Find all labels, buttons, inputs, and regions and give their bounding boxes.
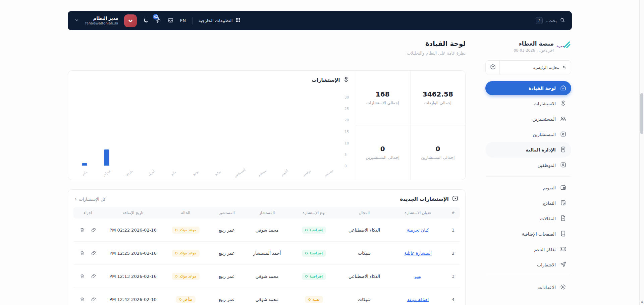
trash-icon	[79, 273, 85, 279]
status-badge: موعد مؤكد	[172, 227, 200, 234]
y-axis-tick: 30	[344, 95, 353, 99]
search-input[interactable]: بحث.. /	[536, 17, 565, 24]
stat-value: 168	[376, 90, 390, 98]
stat-label: إجمالي المستشارين	[421, 155, 455, 160]
consultation-title-link[interactable]: كيان تجريبية	[407, 228, 429, 233]
stat-value: 0	[435, 145, 440, 153]
type-badge: إفتراضية	[302, 227, 326, 234]
consultant-cell: محمد شوقي	[245, 274, 289, 279]
client-cell: عمر ربيع	[208, 297, 245, 302]
stat-value: 0	[380, 145, 385, 153]
preview-home-label: معاينة الرئيسية	[533, 65, 559, 70]
chart-bar-يناير	[82, 163, 87, 166]
field-cell: شبكات	[339, 251, 389, 256]
sidebar-item-label: الصفحات الإضافية	[522, 231, 556, 237]
client-cell: عمر ربيع	[208, 274, 245, 279]
badge-dot-icon	[305, 229, 308, 231]
view-all-label: كل الإستشارات	[79, 197, 106, 202]
users-icon	[560, 115, 567, 122]
type-badge: نصية	[305, 296, 323, 303]
attach-button[interactable]	[91, 250, 96, 256]
sidebar-item-label: المستشيرين	[533, 116, 556, 122]
form-icon	[560, 199, 567, 206]
badge-dot-icon	[179, 298, 181, 301]
delete-button[interactable]	[79, 227, 85, 233]
stat-cell: 0إجمالي المستشيرين	[355, 125, 410, 180]
attach-button[interactable]	[91, 297, 96, 302]
date-cell: PM 12:25 2026-02-16	[103, 251, 163, 256]
row-number: 3	[446, 274, 460, 279]
sidebar-item-label: المستشارين	[533, 132, 556, 137]
badge-dot-icon	[305, 275, 308, 278]
sidebar-item-employee[interactable]: الموظفين	[485, 158, 571, 173]
scrollbar-thumb[interactable]	[640, 93, 643, 134]
arrow-up-left-icon	[562, 64, 567, 71]
x-axis-label: نوفمبر	[298, 166, 315, 180]
stat-cell: 0إجمالي المستشارين	[410, 125, 465, 180]
consultation-title-link[interactable]: بيب	[415, 274, 421, 279]
sidebar-item-label: الاعدادات	[538, 285, 556, 290]
sidebar-item-calendar[interactable]: التقويم	[485, 180, 571, 195]
bar-chart-plot: 051015202530ينايرفبرايرمارسأبريلمايويوني…	[73, 97, 340, 166]
type-badge: إفتراضية	[302, 250, 326, 257]
x-axis-label: أكتوبر	[275, 166, 293, 180]
sidebar-item-article[interactable]: المقالات	[485, 211, 571, 226]
x-axis-label: يونيو	[186, 166, 204, 180]
x-axis-label: يناير	[76, 166, 94, 180]
consultation-title-link[interactable]: استشارة عائلية	[404, 251, 432, 256]
preview-home-button[interactable]: معاينة الرئيسية	[485, 60, 571, 74]
employee-icon	[560, 162, 567, 168]
sidebar-item-users[interactable]: المستشيرين	[485, 111, 571, 127]
delete-button[interactable]	[79, 273, 85, 279]
sidebar-divider	[486, 176, 571, 177]
client-cell: عمر ربيع	[208, 251, 245, 256]
x-axis-label: مارس	[120, 166, 138, 180]
column-header: نوع الإستشارة	[289, 210, 339, 215]
page-scrollbar[interactable]: ▼	[639, 0, 644, 305]
stat-label: إجمالي المستشيرين	[366, 155, 399, 160]
row-number: 4	[446, 297, 460, 302]
column-header: #	[446, 210, 460, 215]
sidebar-item-ticket[interactable]: تذاكر الدعم	[485, 242, 571, 257]
consultation-title-link[interactable]: اضافة موعد	[407, 297, 429, 302]
sidebar-item-form[interactable]: النماذج	[485, 195, 571, 211]
date-cell: PM 12:42 2026-02-10	[103, 297, 163, 302]
sidebar-item-home[interactable]: لوحة القيادة	[485, 81, 571, 95]
sidebar-item-label: الإدارة المالية	[526, 147, 556, 152]
x-axis-label: فبراير	[98, 166, 116, 180]
type-badge: إفتراضية	[302, 273, 326, 280]
scroll-down-arrow[interactable]: ▼	[640, 301, 644, 304]
y-axis-tick: 20	[344, 118, 353, 122]
sidebar-item-pages[interactable]: الصفحات الإضافية	[485, 226, 571, 242]
stats-grid: 3462.58إجمالي الواردات168إجمالي الاستشار…	[355, 71, 465, 180]
attach-button[interactable]	[91, 273, 96, 279]
sidebar-item-receipt[interactable]: الإدارة المالية	[485, 142, 571, 158]
layers-icon	[343, 76, 350, 84]
view-all-consultations-link[interactable]: كل الإستشارات ‹	[75, 197, 106, 202]
package-icon[interactable]	[490, 64, 496, 71]
home-icon	[560, 84, 567, 91]
chart-title: الإستشارات	[312, 77, 340, 83]
date-cell: PM 02:22 2026-02-16	[103, 228, 163, 233]
trash-icon	[79, 227, 85, 233]
column-header: المستشار	[245, 210, 289, 215]
search-shortcut-key: /	[536, 17, 543, 24]
paperclip-icon	[91, 297, 96, 302]
sidebar-menu: لوحة القيادةالاستشاراتالمستشيرينالمستشار…	[485, 80, 571, 295]
paperclip-icon	[91, 227, 96, 233]
sidebar-item-gear[interactable]: الاعدادات	[485, 280, 571, 295]
sidebar-item-user-card[interactable]: المستشارين	[485, 127, 571, 142]
badge-dot-icon	[308, 298, 311, 301]
pages-icon	[560, 230, 567, 237]
page-title: لوحة القيادة	[407, 40, 466, 48]
brand: خبرة منصة العطاء اخر دخول : 2026-03-08	[485, 40, 571, 53]
sidebar-item-label: لوحة القيادة	[529, 85, 556, 91]
trash-icon	[79, 297, 85, 302]
platform-title: منصة العطاء	[514, 40, 554, 47]
sidebar-item-layers[interactable]: الاستشارات	[485, 96, 571, 111]
delete-button[interactable]	[79, 250, 85, 256]
sidebar-item-send[interactable]: الاشعارات	[485, 257, 571, 272]
attach-button[interactable]	[91, 227, 96, 233]
delete-button[interactable]	[79, 297, 85, 302]
search-placeholder: بحث..	[546, 18, 557, 23]
